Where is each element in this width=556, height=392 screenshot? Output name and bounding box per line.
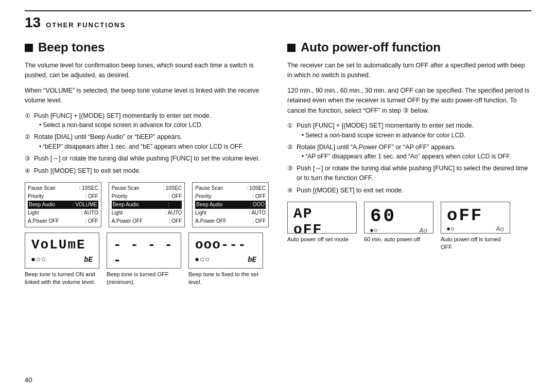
step-num-3: ③ bbox=[25, 154, 32, 164]
ap-display-1-item: AP oFF Ao Auto power off set mode bbox=[287, 202, 357, 252]
ap-caption-3: Auto power-off is turned OFF. bbox=[441, 236, 510, 252]
auto-step-num-1: ① bbox=[287, 121, 294, 140]
step-content-4: Push [(MODE) SET] to exit set mode. bbox=[34, 166, 269, 176]
lcd3-row1: Pause Scan: 10SEC bbox=[195, 184, 266, 192]
page: 13 OTHER FUNCTIONS Beep tones The volume… bbox=[0, 0, 556, 392]
auto-step-num-3: ③ bbox=[287, 164, 294, 183]
big-lcd-ooo-caption: Beep tone is fixed to the set level. bbox=[188, 271, 260, 287]
auto-para2: 120 min., 90 min., 60 min., 30 min. and … bbox=[287, 86, 531, 116]
big-lcd-vol: VoLUmE bE bbox=[25, 233, 99, 269]
step2-sub: “bEEP” disappears after 1 sec. and “bE” … bbox=[34, 142, 269, 151]
lcd1-row5: A.Power OFF: OFF bbox=[28, 217, 98, 225]
beep-para2: When “VOLUME” is selected, the beep tone… bbox=[25, 86, 269, 106]
lcd1-row4: Light: AUTO bbox=[28, 209, 98, 217]
ap-corner-3: Ao bbox=[496, 225, 504, 233]
auto-step1-sub: Select a non-band scope screen in advanc… bbox=[297, 131, 531, 140]
beep-step-4: ④ Push [(MODE) SET] to exit set mode. bbox=[25, 166, 269, 176]
lcd1-row2: Priority: OFF bbox=[28, 192, 98, 201]
lcd1-row3: Beep Audio: VOLUME bbox=[28, 201, 98, 209]
beep-tones-title: Beep tones bbox=[38, 40, 105, 55]
lcd2-row4: Light: AUTO bbox=[112, 209, 182, 217]
lcd2-row3: Beep Audio: bbox=[112, 201, 182, 209]
big-lcd-dash: - - - - - bE bbox=[107, 233, 181, 269]
beep-step-3: ③ Push [↔] or rotate the tuning dial whi… bbox=[25, 154, 269, 164]
ap-corner-2: Ao bbox=[419, 227, 427, 234]
big-lcd-dash-sub: bE bbox=[166, 268, 175, 269]
ap-text-2: 60 bbox=[370, 206, 427, 227]
ap-display-1: AP oFF Ao bbox=[287, 202, 357, 234]
auto-power-heading: Auto power-off function bbox=[287, 40, 531, 55]
big-lcd-dash-text: - - - - - bbox=[113, 237, 175, 268]
main-columns: Beep tones The volume level for confirma… bbox=[25, 40, 531, 286]
lcd3-row4: Light: AUTO bbox=[195, 209, 266, 217]
auto-step-3: ③ Push [↔] or rotate the tuning dial whi… bbox=[287, 164, 531, 183]
auto-steps: ① Push [FUNC] + [(MODE) SET] momentarily… bbox=[287, 121, 531, 195]
big-lcd-ooo-text: ooo--- bbox=[195, 237, 256, 253]
big-lcd-ooo-item: ooo--- bE Beep tone is fixed bbox=[188, 233, 263, 287]
big-lcd-vol-text: VoLUmE bbox=[31, 237, 93, 253]
lcd-screens-row: Pause Scan: 10SEC Priority: OFF Beep Aud… bbox=[25, 182, 269, 227]
auto-step-content-2: Rotate [DIAL] until “A.Power OFF” or “AP… bbox=[297, 142, 531, 162]
big-lcd-row: VoLUmE bE Beep tone is turned bbox=[25, 233, 269, 287]
ap-display-3: oFF Ao bbox=[441, 202, 510, 234]
beep-steps: ① Push [FUNC] + [(MODE) SET] momentarily… bbox=[25, 111, 269, 176]
left-column: Beep tones The volume level for confirma… bbox=[25, 40, 269, 286]
big-lcd-ooo: ooo--- bE bbox=[188, 233, 263, 269]
step1-sub: Select a non-band scope screen in advanc… bbox=[34, 120, 269, 130]
beep-para1: The volume level for confirmation beep t… bbox=[25, 61, 269, 81]
beep-step-1: ① Push [FUNC] + [(MODE) SET] momentarily… bbox=[25, 111, 269, 130]
page-number: 40 bbox=[25, 376, 32, 384]
ap-display-3-item: oFF Ao Auto power-off is turned OFF. bbox=[441, 202, 510, 252]
auto-step-content-1: Push [FUNC] + [(MODE) SET] momentarily t… bbox=[297, 121, 531, 140]
auto-step2-sub: “AP oFF” disappears after 1 sec. and “Ao… bbox=[297, 152, 531, 161]
lcd3-row3: Beep Audio: OOO bbox=[195, 201, 266, 209]
auto-step-num-4: ④ bbox=[287, 186, 294, 195]
lcd2-row5: A.Power OFF: OFF bbox=[112, 217, 182, 225]
lcd3-row2: Priority: OFF bbox=[195, 192, 266, 201]
ap-caption-1: Auto power off set mode bbox=[287, 236, 357, 243]
ap-display-2: 60 Ao bbox=[364, 202, 433, 234]
auto-step-4: ④ Push [(MODE) SET] to exit set mode. bbox=[287, 186, 531, 195]
lcd2-row1: Pause Scan: 10SEC bbox=[112, 184, 182, 192]
auto-step-1: ① Push [FUNC] + [(MODE) SET] momentarily… bbox=[287, 121, 531, 140]
lcd2-row2: Priority: OFF bbox=[112, 192, 182, 201]
beep-tones-heading: Beep tones bbox=[25, 40, 269, 55]
ap-text-1: AP oFF bbox=[293, 206, 351, 234]
big-lcd-dash-caption: Beep tone is turned OFF (minimum). bbox=[107, 271, 179, 287]
auto-power-title: Auto power-off function bbox=[301, 40, 441, 55]
ap-text-3: oFF bbox=[447, 206, 504, 225]
step-num-4: ④ bbox=[25, 166, 32, 176]
page-header: 13 OTHER FUNCTIONS bbox=[25, 10, 531, 31]
right-column: Auto power-off function The receiver can… bbox=[287, 40, 531, 286]
lcd1-row1: Pause Scan: 10SEC bbox=[28, 184, 98, 192]
big-lcd-vol-caption: Beep tone is turned ON and linked with t… bbox=[25, 271, 97, 287]
auto-para1: The receiver can be set to automatically… bbox=[287, 61, 531, 81]
auto-step-content-3: Push [↔] or rotate the tuning dial while… bbox=[297, 164, 531, 183]
lcd-screen-1: Pause Scan: 10SEC Priority: OFF Beep Aud… bbox=[25, 182, 101, 227]
step-num-2: ② bbox=[25, 132, 32, 151]
lcd-screen-2: Pause Scan: 10SEC Priority: OFF Beep Aud… bbox=[109, 182, 185, 227]
auto-step-num-2: ② bbox=[287, 142, 294, 162]
step-content-3: Push [↔] or rotate the tuning dial while… bbox=[34, 154, 269, 164]
chapter-title: OTHER FUNCTIONS bbox=[46, 21, 126, 29]
section-marker bbox=[25, 44, 33, 52]
big-lcd-vol-item: VoLUmE bE Beep tone is turned bbox=[25, 233, 99, 287]
ap-lcd-row: AP oFF Ao Auto power off set mode bbox=[287, 202, 531, 252]
big-lcd-dash-item: - - - - - bE B bbox=[107, 233, 181, 287]
big-lcd-vol-sub: bE bbox=[84, 256, 93, 264]
section-marker-right bbox=[287, 44, 296, 52]
chapter-number: 13 bbox=[25, 14, 41, 31]
ap-caption-2: 60 min. auto power-off bbox=[364, 236, 433, 243]
step-content-1: Push [FUNC] + [(MODE) SET] momentarily t… bbox=[34, 111, 269, 130]
auto-step-content-4: Push [(MODE) SET] to exit set mode. bbox=[297, 186, 531, 195]
step-num-1: ① bbox=[25, 111, 32, 130]
beep-step-2: ② Rotate [DIAL] until “Beep Audio” or “b… bbox=[25, 132, 269, 151]
big-lcd-ooo-sub: bE bbox=[248, 256, 256, 264]
lcd-screen-3: Pause Scan: 10SEC Priority: OFF Beep Aud… bbox=[192, 182, 269, 227]
lcd3-row5: A.Power OFF: OFF bbox=[195, 217, 266, 225]
ap-display-2-item: 60 Ao 60 min. auto power-off bbox=[364, 202, 433, 252]
step-content-2: Rotate [DIAL] until “Beep Audio” or “bEE… bbox=[34, 132, 269, 151]
auto-step-2: ② Rotate [DIAL] until “A.Power OFF” or “… bbox=[287, 142, 531, 162]
